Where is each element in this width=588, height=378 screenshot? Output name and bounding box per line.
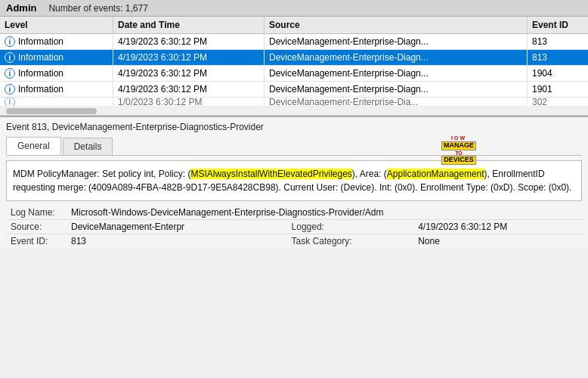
logged-value: 4/19/2023 6:30:12 PM (413, 220, 582, 234)
table-row[interactable]: i Information 4/19/2023 6:30:12 PM Devic… (0, 82, 588, 98)
events-count: Number of events: 1,677 (48, 3, 147, 14)
content-text-area: ), Area: ( (352, 169, 387, 179)
cell-eventid: 1904 (528, 66, 588, 81)
area-highlight: ApplicationManagement (387, 169, 484, 179)
watermark-manage: MANAGE (441, 141, 476, 150)
event-content-box: MDM PolicyManager: Set policy int, Polic… (6, 160, 582, 201)
task-category-label: Task Category: (277, 234, 414, 249)
logged-label: Logged: (277, 220, 414, 234)
col-source: Source (265, 17, 528, 33)
meta-row-source: Source: DeviceManagement-Enterpr Logged:… (6, 220, 582, 234)
source-label: Source: (6, 220, 67, 234)
watermark: IOW MANAGE TO DEVICES (441, 135, 476, 165)
admin-label: Admin (6, 2, 36, 14)
horizontal-scrollbar[interactable] (0, 107, 588, 116)
cell-datetime: 1/0/2023 6:30:12 PM (113, 98, 265, 106)
meta-table: Log Name: Microsoft-Windows-DeviceManage… (6, 206, 582, 248)
info-icon: i (5, 36, 15, 47)
table-row[interactable]: i Information 4/19/2023 6:30:12 PM Devic… (0, 50, 588, 66)
cell-datetime: 4/19/2023 6:30:12 PM (113, 34, 265, 49)
event-id-value: 813 (67, 234, 277, 249)
log-name-label: Log Name: (6, 206, 67, 220)
source-value: DeviceManagement-Enterpr (67, 220, 277, 234)
cell-source: DeviceManagement-Enterprise-Diagn... (265, 66, 528, 81)
cell-level: i Information (0, 82, 113, 97)
cell-level: i Information (0, 50, 113, 65)
col-datetime: Date and Time (113, 17, 265, 33)
tabs-row: General Details IOW MANAGE TO DEVICES (6, 137, 582, 156)
table-row[interactable]: i Information 4/19/2023 6:30:12 PM Devic… (0, 34, 588, 50)
cell-level: i Information (0, 34, 113, 49)
policy-highlight: MSIAlwaysInstallWithElevatedPrivileges (190, 169, 351, 179)
info-icon: i (5, 98, 15, 106)
events-table: Level Date and Time Source Event ID i In… (0, 17, 588, 117)
scrollbar-thumb[interactable] (6, 108, 97, 114)
cell-datetime: 4/19/2023 6:30:12 PM (113, 82, 265, 97)
watermark-iow: IOW (451, 135, 466, 141)
table-row-partial[interactable]: i 1/0/2023 6:30:12 PM DeviceManagement-E… (0, 98, 588, 107)
tab-details[interactable]: Details (63, 138, 113, 155)
watermark-devices: DEVICES (441, 156, 476, 165)
cell-eventid: 1901 (528, 82, 588, 97)
table-header: Level Date and Time Source Event ID (0, 17, 588, 34)
log-name-value: Microsoft-Windows-DeviceManagement-Enter… (67, 206, 582, 220)
cell-level: i Information (0, 66, 113, 81)
cell-source: DeviceManagement-Enterprise-Diagn... (265, 82, 528, 97)
cell-eventid: 302 (528, 98, 588, 106)
info-icon: i (5, 84, 15, 94)
cell-source: DeviceManagement-Enterprise-Dia... (265, 98, 528, 106)
task-category-value: None (413, 234, 582, 249)
cell-datetime: 4/19/2023 6:30:12 PM (113, 66, 265, 81)
detail-section: Event 813, DeviceManagement-Enterprise-D… (0, 117, 588, 248)
meta-row-logname: Log Name: Microsoft-Windows-DeviceManage… (6, 206, 582, 220)
cell-level: i (0, 98, 113, 106)
col-eventid: Event ID (528, 17, 588, 33)
cell-source: DeviceManagement-Enterprise-Diagn... (265, 34, 528, 49)
col-level: Level (0, 17, 113, 33)
cell-eventid: 813 (528, 50, 588, 65)
content-text-before-policy: MDM PolicyManager: Set policy int, Polic… (13, 169, 190, 179)
event-id-label: Event ID: (6, 234, 67, 249)
event-title: Event 813, DeviceManagement-Enterprise-D… (6, 122, 582, 132)
info-icon: i (5, 68, 15, 79)
top-bar: Admin Number of events: 1,677 (0, 0, 588, 17)
cell-source: DeviceManagement-Enterprise-Diagn... (265, 50, 528, 65)
cell-datetime: 4/19/2023 6:30:12 PM (113, 50, 265, 65)
table-row[interactable]: i Information 4/19/2023 6:30:12 PM Devic… (0, 66, 588, 82)
meta-row-eventid: Event ID: 813 Task Category: None (6, 234, 582, 249)
cell-eventid: 813 (528, 34, 588, 49)
info-icon: i (5, 52, 15, 63)
tab-general[interactable]: General (6, 137, 61, 155)
watermark-to: TO (455, 150, 463, 156)
